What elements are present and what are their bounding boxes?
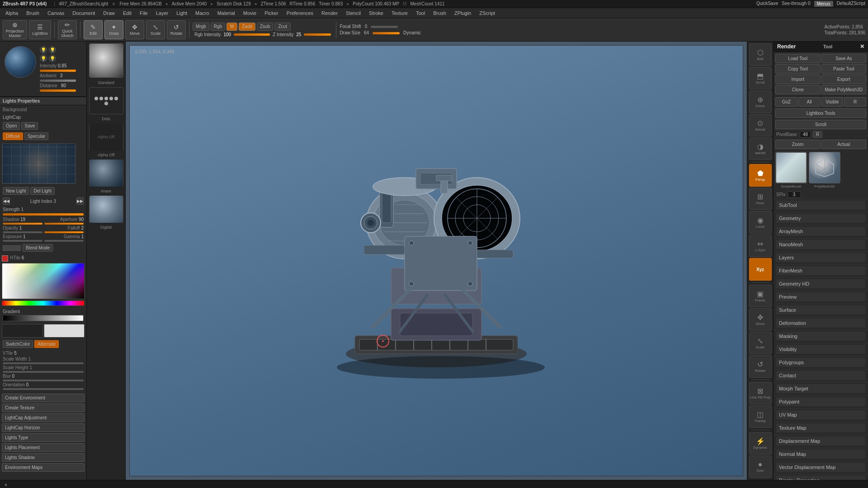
strength-slider[interactable]: [3, 213, 84, 216]
draw-size-slider[interactable]: [373, 32, 400, 34]
specular-btn[interactable]: Specular: [24, 132, 48, 140]
arraymesh-btn[interactable]: ArrayMesh: [776, 227, 865, 236]
focal-shift-slider[interactable]: [371, 26, 398, 28]
menu-file[interactable]: File: [136, 9, 151, 17]
polypaint-btn[interactable]: Polypaint: [776, 397, 865, 406]
color-gradient[interactable]: [2, 263, 85, 299]
menu-zplugin[interactable]: ZPlugin: [451, 9, 475, 17]
close-icon[interactable]: ✕: [860, 43, 864, 50]
menu-picker[interactable]: Picker: [261, 9, 282, 17]
lsym-btn[interactable]: ⇔ L.Sym: [749, 235, 772, 257]
export-btn[interactable]: Export: [821, 75, 867, 84]
save-as-btn[interactable]: Save As: [821, 54, 867, 63]
lights-shadow-btn[interactable]: Lights Shadow: [2, 453, 85, 462]
surface-btn[interactable]: Surface: [776, 305, 865, 314]
lights-placement-btn[interactable]: Lights Placement: [2, 443, 85, 452]
draw-btn[interactable]: ✦ Draw: [104, 20, 123, 39]
r-btn[interactable]: R: [844, 97, 866, 107]
menu-document[interactable]: Document: [69, 9, 99, 17]
color-swatch[interactable]: [3, 245, 21, 251]
uvmap-btn[interactable]: UV Map: [776, 410, 865, 419]
black-swatch[interactable]: [2, 324, 43, 338]
morphtarget-btn[interactable]: Morph Target: [776, 384, 865, 393]
zcut-btn[interactable]: Zcut: [274, 23, 291, 31]
edit-btn[interactable]: ✎ Edit: [84, 20, 103, 39]
actual-btn[interactable]: ⊙ Actual: [749, 114, 772, 136]
blur-slider[interactable]: [3, 380, 84, 381]
opacity-slider[interactable]: [3, 231, 42, 233]
polygroups-btn[interactable]: Polygroups: [776, 358, 865, 367]
shadow-slider[interactable]: [3, 223, 42, 225]
preview-btn[interactable]: Preview: [776, 292, 865, 301]
save-btn[interactable]: Save: [21, 122, 38, 130]
floor-btn[interactable]: ⊞ Floor: [749, 188, 772, 210]
exposure-slider[interactable]: [3, 240, 42, 242]
frame-btn[interactable]: ▣ Frame: [749, 285, 772, 307]
scale-view-btn[interactable]: ⤡ Scale: [749, 332, 772, 354]
import-btn[interactable]: Import: [775, 75, 821, 84]
linefill-btn[interactable]: ⊠ Line Fill Poly: [749, 382, 772, 404]
quicksave-btn[interactable]: QuickSave: [756, 1, 778, 7]
quick-sketch-btn[interactable]: ✏ QuickSketch: [58, 20, 77, 39]
r-label[interactable]: R: [813, 131, 822, 138]
masking-btn[interactable]: Masking: [776, 332, 865, 341]
lightbox-tools-btn[interactable]: Lightbox Tools: [775, 108, 866, 118]
menus-btn[interactable]: Menus: [814, 1, 833, 7]
lights-type-btn[interactable]: Lights Type: [2, 433, 85, 442]
scale-height-slider[interactable]: [3, 371, 84, 373]
new-light-btn[interactable]: New Light: [3, 187, 29, 195]
canvas-area[interactable]: 0.289, 1.554, 0.348: [126, 42, 747, 480]
menu-stencil[interactable]: Stencil: [342, 9, 364, 17]
fibermesh-btn[interactable]: FiberMesh: [776, 266, 865, 275]
white-swatch[interactable]: [44, 324, 85, 338]
xyz-btn[interactable]: Xyz: [749, 258, 772, 281]
diffuse-btn[interactable]: Diffuse: [3, 132, 23, 140]
lightbox-btn[interactable]: ☰ LightBox: [29, 20, 51, 39]
create-env-btn[interactable]: Create Environment: [2, 394, 85, 402]
visible-btn[interactable]: Visible: [821, 97, 844, 107]
actual-tools-btn[interactable]: Actual: [821, 140, 867, 149]
brill-btn[interactable]: ⬡ Brill: [749, 43, 772, 66]
light-index-next[interactable]: ▶▶: [76, 197, 84, 205]
menu-preferences[interactable]: Preferences: [283, 9, 317, 17]
solo-btn[interactable]: ● Solo: [749, 455, 772, 478]
menu-tool[interactable]: Tool: [412, 9, 429, 17]
rotate-btn[interactable]: ↺ Rotate: [167, 20, 186, 39]
dynamic-view-btn[interactable]: ⚡ Dynamic: [749, 432, 772, 455]
scale-width-slider[interactable]: [3, 362, 84, 364]
create-texture-btn[interactable]: Create Texture: [2, 404, 85, 412]
open-btn[interactable]: Open: [3, 122, 20, 130]
alternate-btn[interactable]: Alternate: [34, 340, 59, 348]
menu-canvas[interactable]: Canvas: [44, 9, 68, 17]
menu-render[interactable]: Render: [318, 9, 341, 17]
seethrough[interactable]: See-through 0: [782, 1, 810, 7]
layers-btn[interactable]: Layers: [776, 253, 865, 262]
menu-macro[interactable]: Macro: [192, 9, 213, 17]
rgb-btn[interactable]: Rgb: [211, 23, 225, 31]
all-btn[interactable]: All: [798, 97, 821, 107]
rgb-intensity-slider[interactable]: [234, 33, 270, 36]
color-indicator[interactable]: [2, 255, 8, 262]
menu-texture[interactable]: Texture: [388, 9, 411, 17]
visibility-btn[interactable]: Visibility: [776, 345, 865, 354]
light-icon1[interactable]: 💡: [40, 46, 47, 53]
displayprops-btn[interactable]: Display Properties: [776, 476, 865, 480]
geometryhd-btn[interactable]: Geometry HD: [776, 279, 865, 288]
menu-movie[interactable]: Movie: [240, 9, 260, 17]
load-tool-btn[interactable]: Load Tool: [775, 54, 821, 63]
vectordisplacement-btn[interactable]: Vector Displacement Map: [776, 463, 865, 472]
deformation-btn[interactable]: Deformation: [776, 319, 865, 328]
lightcap-adj-btn[interactable]: LightCap Adjustment: [2, 413, 85, 422]
polymesh3d-thumb[interactable]: [809, 152, 840, 183]
intensity-slider[interactable]: [40, 70, 76, 72]
menu-alpha[interactable]: Alpha: [2, 9, 22, 17]
zoom-tools-btn[interactable]: Zoom: [775, 140, 821, 149]
gamma-slider[interactable]: [44, 240, 84, 242]
env-sphere2-item[interactable]: [89, 196, 123, 223]
projection-master-btn[interactable]: ⊕ ProjectionMaster: [3, 20, 27, 39]
alpha-off-item[interactable]: Alpha Off: [89, 123, 123, 150]
menu-brush[interactable]: Brush: [23, 9, 43, 17]
hue-bar[interactable]: [2, 300, 85, 306]
aperture-slider[interactable]: [44, 223, 84, 225]
move-btn[interactable]: ✥ Move: [125, 20, 144, 39]
